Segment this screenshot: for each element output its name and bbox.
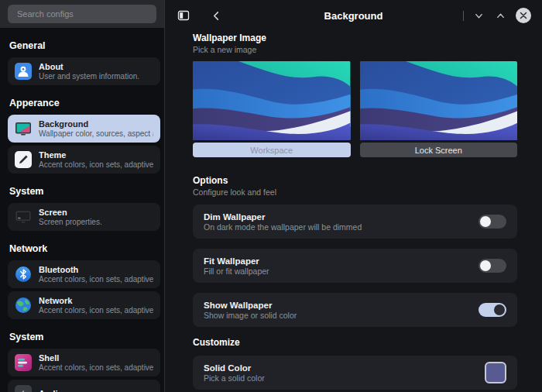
sidebar-section-system-2: System (9, 332, 160, 342)
about-icon (15, 63, 32, 80)
sidebar-item-bluetooth[interactable]: Bluetooth Accent colors, icon sets, adap… (8, 260, 160, 288)
main-header: Background (165, 0, 542, 31)
solid-color-swatch[interactable] (485, 362, 506, 383)
sidebar-item-network[interactable]: Network Accent colors, icon sets, adapti… (8, 291, 160, 319)
item-subtitle: Wallpaper color, sources, aspect and... (39, 129, 153, 139)
toggle-knob (494, 304, 505, 315)
options-section-title: Options (193, 175, 517, 187)
sidebar-item-screen[interactable]: Screen Screen properties. (8, 203, 160, 231)
search-input[interactable] (8, 5, 156, 23)
item-subtitle: Screen properties. (39, 218, 102, 227)
sidebar-toggle-icon (177, 9, 190, 22)
sidebar-section-network: Network (9, 243, 160, 254)
sidebar-item-audio[interactable]: Audio (8, 380, 160, 392)
wallpaper-section-head: Wallpaper Image Pick a new image (193, 33, 517, 55)
lock-screen-button[interactable]: Lock Screen (360, 143, 518, 157)
close-icon (520, 12, 527, 19)
options-section-subtitle: Configure look and feel (193, 187, 517, 198)
customize-rows: Solid Color Pick a solid color (193, 356, 517, 390)
close-button[interactable] (516, 8, 531, 23)
show-wallpaper-subtitle: Show image or solid color (204, 311, 297, 321)
show-wallpaper-toggle[interactable] (479, 303, 506, 317)
show-wallpaper-title: Show Wallpaper (204, 300, 297, 311)
customize-section-title: Customize (193, 337, 517, 349)
options-rows: Dim Wallpaper On dark mode the wallpaper… (193, 205, 517, 327)
solid-color-subtitle: Pick a solid color (204, 373, 265, 383)
chevron-left-icon (211, 11, 221, 21)
back-button[interactable] (210, 9, 223, 22)
workspace-wallpaper-preview[interactable] (193, 61, 351, 140)
sidebar-list: General About User and system informatio… (0, 28, 164, 392)
dim-wallpaper-subtitle: On dark mode the wallpaper will be dimme… (204, 222, 362, 232)
item-subtitle: Accent colors, icon sets, adaptive c... (39, 160, 153, 170)
item-title: Theme (39, 150, 153, 160)
item-subtitle: Accent colors, icon sets, adaptive c... (39, 275, 153, 284)
fit-wallpaper-subtitle: Fill or fit wallpaper (204, 266, 269, 277)
item-title: Screen (39, 208, 102, 218)
wallpaper-section-subtitle: Pick a new image (193, 44, 517, 55)
sidebar-section-system: System (9, 186, 160, 197)
fit-wallpaper-row: Fit Wallpaper Fill or fit wallpaper (193, 249, 517, 283)
theme-icon (15, 151, 32, 168)
chevron-up-icon (496, 11, 506, 21)
workspace-button[interactable]: Workspace (193, 143, 351, 157)
item-title: Bluetooth (39, 265, 153, 275)
chevron-down-icon (474, 11, 484, 21)
sidebar-toggle-button[interactable] (176, 8, 191, 23)
solid-color-row: Solid Color Pick a solid color (193, 356, 517, 390)
toggle-knob (480, 216, 491, 227)
customize-section-head: Customize (193, 337, 517, 349)
wallpaper-section-title: Wallpaper Image (193, 33, 517, 44)
bluetooth-icon (15, 266, 32, 283)
main-panel: Background Wallpaper Image Pi (165, 0, 542, 392)
item-title: Background (39, 119, 153, 129)
minimize-button[interactable] (472, 9, 485, 22)
wallpaper-grid: Workspace Lock Screen (193, 61, 517, 157)
maximize-button[interactable] (494, 9, 507, 22)
fit-wallpaper-toggle[interactable] (479, 259, 506, 273)
item-subtitle: Accent colors, icon sets, adaptive c... (39, 363, 153, 373)
toggle-knob (480, 260, 491, 271)
item-title: About (39, 62, 139, 72)
main-content: Wallpaper Image Pick a new image (165, 31, 542, 392)
window-controls (463, 8, 531, 23)
item-subtitle: User and system information. (39, 72, 139, 81)
item-subtitle: Accent colors, icon sets, adaptive c... (39, 306, 153, 315)
options-section-head: Options Configure look and feel (193, 175, 517, 198)
sidebar-section-apperance: Apperance (9, 98, 160, 108)
screen-icon (15, 208, 32, 225)
sidebar-item-background[interactable]: Background Wallpaper color, sources, asp… (8, 115, 160, 143)
sidebar-item-theme[interactable]: Theme Accent colors, icon sets, adaptive… (8, 146, 160, 174)
audio-icon (15, 385, 32, 392)
item-title: Audio (39, 389, 63, 392)
shell-icon (15, 354, 32, 371)
dim-wallpaper-row: Dim Wallpaper On dark mode the wallpaper… (193, 205, 517, 239)
dim-wallpaper-title: Dim Wallpaper (204, 211, 362, 222)
item-title: Network (39, 296, 153, 306)
sidebar-section-general: General (9, 40, 160, 51)
solid-color-title: Solid Color (204, 363, 265, 373)
sidebar-item-shell[interactable]: Shell Accent colors, icon sets, adaptive… (8, 349, 160, 377)
sidebar-item-about[interactable]: About User and system information. (8, 57, 160, 85)
controls-divider (463, 11, 464, 21)
sidebar-search-bar (0, 0, 164, 28)
sidebar: General About User and system informatio… (0, 0, 164, 392)
item-title: Shell (39, 353, 153, 363)
dim-wallpaper-toggle[interactable] (479, 215, 506, 229)
show-wallpaper-row: Show Wallpaper Show image or solid color (193, 293, 517, 327)
fit-wallpaper-title: Fit Wallpaper (204, 256, 269, 266)
lockscreen-wallpaper-preview[interactable] (360, 61, 518, 140)
network-icon (15, 297, 32, 314)
background-icon (15, 120, 32, 137)
